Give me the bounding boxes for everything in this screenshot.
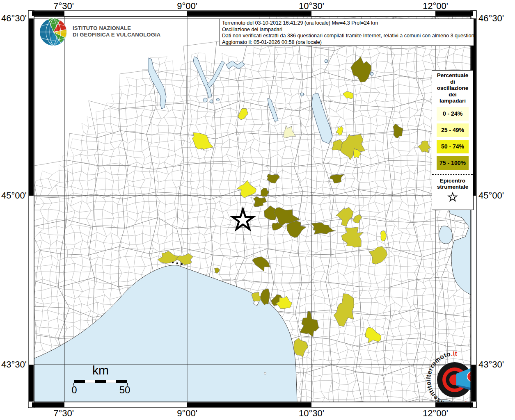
left-label-2: 45°00' [1, 190, 27, 201]
legend-divider [432, 174, 473, 175]
small-lake [325, 59, 328, 63]
legend-title: Percentuale [432, 72, 473, 79]
legend-star-wrap [432, 191, 473, 204]
bottom-label-3: 10°30' [287, 408, 336, 419]
left-label-1: 46°30' [1, 13, 27, 24]
legend-swatch-50-74: 50 - 74% [437, 140, 469, 153]
macroseismic-map-page: ?www.haisentitoilterremoto.it 7°30' 9°00… [0, 0, 515, 420]
bottom-label-2: 9°00' [163, 408, 212, 419]
islet [264, 372, 266, 374]
ingv-name-line2: DI GEOFISICA E VULCANOLOGIA [73, 32, 160, 38]
top-label-3: 10°30' [287, 1, 336, 11]
right-label-1: 46°30' [478, 13, 504, 24]
comacchio-lagoon [439, 226, 453, 244]
legend-swatch-75-100: 75 - 100% [437, 156, 469, 170]
scalebar-start-label: 0 [69, 384, 80, 396]
earthquake-info-box: Terremoto del 03-10-2012 16:41:29 (ora l… [220, 19, 474, 46]
bottom-label-1: 7°30' [39, 408, 88, 419]
city-dot [181, 263, 183, 265]
legend-box: Percentuale di oscillazione dei lampadar… [432, 70, 474, 210]
map-canvas: ?www.haisentitoilterremoto.it [0, 0, 515, 420]
top-label-2: 9°00' [163, 1, 212, 11]
top-label-4: 12°00' [411, 1, 460, 11]
scalebar-end-label: 50 [118, 384, 131, 396]
city-dot [172, 262, 174, 263]
info-line-source: Dati non verificati estratti da 386 ques… [222, 33, 472, 39]
info-line-event: Terremoto del 03-10-2012 16:41:29 (ora l… [222, 20, 472, 27]
small-lake [300, 93, 304, 96]
right-label-3: 43°30' [478, 359, 504, 370]
info-line-effect: Oscillazione dei lampadari [222, 27, 472, 33]
scalebar [74, 380, 127, 383]
ingv-name-line1: ISTITUTO NAZIONALE [73, 25, 160, 32]
small-lake [210, 100, 213, 103]
legend-epicenter-label: Epicentro [432, 178, 473, 184]
small-lake [203, 98, 207, 102]
city-dot [176, 262, 178, 264]
legend-swatch-25-49: 25 - 49% [437, 123, 469, 137]
scalebar-unit: km [82, 363, 119, 377]
small-lake [217, 98, 220, 101]
right-label-2: 45°00' [478, 190, 504, 201]
info-line-updated: Aggiornato il: 05-01-2026 00:58 (ora loc… [222, 39, 472, 46]
legend-swatch-0-24: 0 - 24% [437, 107, 469, 121]
top-label-1: 7°30' [39, 1, 88, 11]
bottom-label-4: 12°00' [411, 408, 460, 419]
ingv-logo-text: ISTITUTO NAZIONALE DI GEOFISICA E VULCAN… [73, 25, 160, 38]
left-label-3: 43°30' [1, 359, 27, 370]
small-lake [370, 72, 373, 75]
epicenter-star-icon [447, 191, 458, 203]
